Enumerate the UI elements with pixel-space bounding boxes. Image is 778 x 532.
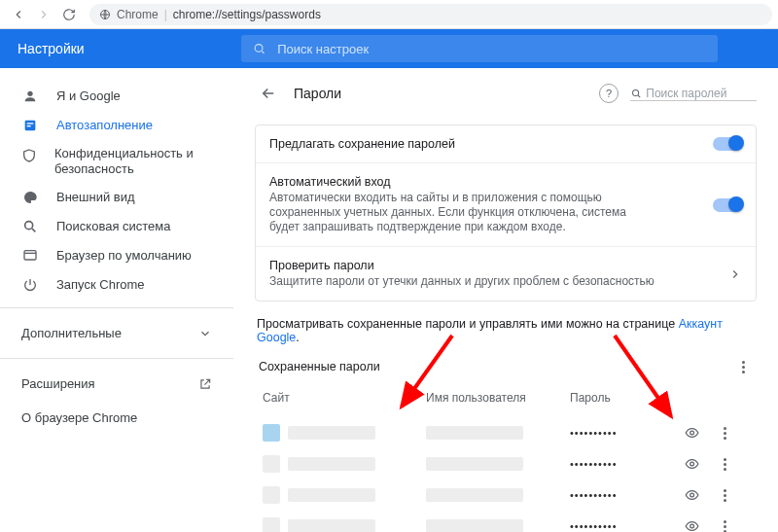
svg-rect-5	[27, 125, 31, 126]
svg-point-1	[255, 45, 263, 53]
password-mask: ••••••••••	[570, 520, 677, 532]
site-favicon	[263, 486, 280, 504]
page-title: Пароли	[294, 86, 599, 101]
chevron-right-icon	[728, 267, 742, 281]
svg-point-9	[690, 431, 694, 435]
sidebar-advanced[interactable]: Дополнительные	[0, 316, 233, 350]
sidebar-item-appearance[interactable]: Внешний вид	[0, 183, 220, 212]
password-row-more-button[interactable]	[717, 520, 733, 533]
app-title: Настройки	[18, 41, 241, 56]
svg-point-11	[690, 493, 694, 497]
saved-passwords-more-button[interactable]	[733, 361, 753, 373]
password-row-more-button[interactable]	[717, 427, 733, 440]
password-search-input[interactable]	[646, 87, 757, 100]
globe-icon	[99, 9, 111, 20]
svg-rect-4	[27, 123, 34, 124]
shield-icon	[21, 147, 37, 164]
password-mask: ••••••••••	[570, 427, 677, 439]
site-name	[288, 457, 375, 471]
sidebar-item-search-engine[interactable]: Поисковая система	[0, 212, 220, 241]
palette-icon	[21, 189, 39, 206]
saved-passwords-heading: Сохраненные пароли	[259, 360, 380, 373]
password-row-more-button[interactable]	[717, 458, 733, 471]
power-icon	[21, 276, 39, 294]
password-row: ••••••••••	[255, 477, 757, 508]
eye-icon[interactable]	[685, 455, 699, 473]
svg-point-10	[690, 462, 694, 466]
site-name	[288, 488, 375, 502]
autofill-icon	[21, 117, 39, 134]
check-passwords-row[interactable]: Проверить пароли Защитите пароли от утеч…	[256, 246, 756, 301]
sidebar-item-default-browser[interactable]: Браузер по умолчанию	[0, 241, 220, 270]
page-back-button[interactable]	[255, 80, 282, 107]
browser-forward-button[interactable]	[33, 4, 54, 25]
search-icon	[630, 87, 642, 100]
svg-rect-7	[24, 251, 36, 260]
password-row: ••••••••••	[255, 508, 757, 532]
svg-point-6	[25, 222, 33, 230]
auto-signin-row: Автоматический вход Автоматически входит…	[256, 162, 756, 246]
sidebar-about[interactable]: О браузере Chrome	[0, 401, 233, 435]
settings-search[interactable]	[241, 35, 718, 62]
auto-signin-toggle[interactable]	[713, 198, 742, 212]
search-icon	[21, 218, 39, 235]
username	[426, 426, 523, 440]
eye-icon[interactable]	[685, 424, 699, 442]
omnibox[interactable]: Chrome | chrome://settings/passwords	[89, 4, 772, 25]
settings-search-input[interactable]	[277, 42, 706, 56]
sidebar-item-privacy[interactable]: Конфиденциальность и безопасность	[0, 140, 220, 183]
sidebar-item-autofill[interactable]: Автозаполнение	[0, 111, 220, 140]
username	[426, 457, 523, 471]
site-name	[288, 426, 375, 440]
site-favicon	[263, 455, 280, 473]
offer-save-toggle[interactable]	[713, 137, 742, 151]
open-in-new-icon	[198, 377, 212, 391]
password-mask: ••••••••••	[570, 489, 677, 501]
svg-point-8	[633, 89, 639, 95]
omnibox-path: chrome://settings/passwords	[173, 8, 321, 21]
site-name	[288, 519, 375, 532]
username	[426, 519, 523, 532]
chevron-down-icon	[198, 327, 212, 340]
browser-back-button[interactable]	[8, 4, 29, 25]
sidebar-extensions[interactable]: Расширения	[0, 367, 233, 401]
browser-reload-button[interactable]	[58, 4, 80, 25]
person-icon	[21, 88, 39, 105]
offer-save-row: Предлагать сохранение паролей	[256, 125, 756, 162]
password-search[interactable]	[630, 87, 757, 101]
svg-point-12	[690, 524, 694, 528]
site-favicon	[263, 517, 280, 532]
search-icon	[253, 42, 265, 55]
password-row-more-button[interactable]	[717, 489, 733, 502]
help-button[interactable]: ?	[599, 84, 619, 103]
sidebar-item-you-and-google[interactable]: Я и Google	[0, 82, 220, 111]
site-favicon	[263, 424, 280, 442]
saved-passwords-columns: Сайт Имя пользователя Пароль	[255, 381, 757, 414]
eye-icon[interactable]	[685, 517, 699, 532]
eye-icon[interactable]	[685, 486, 699, 504]
sidebar-item-on-startup[interactable]: Запуск Chrome	[0, 270, 220, 300]
svg-point-2	[27, 91, 32, 96]
browser-icon	[21, 247, 39, 265]
google-account-info: Просматривать сохраненные пароли и управ…	[257, 317, 755, 344]
password-mask: ••••••••••	[570, 458, 677, 470]
col-user: Имя пользователя	[426, 391, 562, 405]
password-row: ••••••••••	[255, 445, 757, 477]
col-pass: Пароль	[570, 391, 677, 405]
username	[426, 488, 523, 502]
col-site: Сайт	[263, 391, 418, 405]
omnibox-chip: Chrome	[117, 8, 159, 21]
password-row: ••••••••••	[255, 414, 757, 445]
